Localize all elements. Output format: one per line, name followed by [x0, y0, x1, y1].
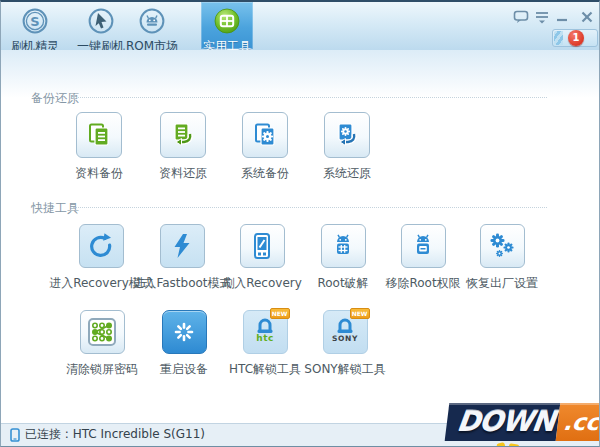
tab-one-click-flash[interactable]: 一键刷机: [75, 2, 127, 49]
system-restore-button[interactable]: 系统还原: [292, 112, 402, 182]
stripe-decoration: [554, 31, 563, 45]
header-bar: S 刷机精灵 一键刷机 ROM市场: [1, 2, 599, 51]
watermark-suffix-text: .cc: [556, 403, 600, 441]
data-restore-icon: [169, 121, 197, 149]
section-divider: [73, 207, 547, 208]
recovery-mode-icon: [87, 232, 115, 260]
close-icon[interactable]: [579, 10, 595, 24]
root-icon: [329, 232, 357, 260]
minimize-icon[interactable]: [554, 10, 570, 24]
connection-status-text: 已连接 : HTC Incredible S(G11): [25, 424, 205, 445]
connected-phone-icon: [10, 428, 20, 442]
system-backup-icon: [251, 121, 279, 149]
htc-brand-text: htc: [256, 334, 274, 342]
fastboot-mode-icon: [169, 233, 195, 259]
flash-recovery-icon: [248, 232, 276, 260]
s-logo-icon: S: [22, 8, 48, 34]
section-title-quick-tools: 快捷工具: [31, 200, 79, 217]
watermark-main-text: DOWN: [445, 403, 561, 441]
tool-label: 恢复出厂设置: [447, 275, 557, 292]
reboot-icon: [171, 319, 197, 345]
tab-flash-genie[interactable]: S 刷机精灵: [9, 2, 61, 49]
remove-root-icon: [409, 232, 437, 260]
section-title-backup-restore: 备份还原: [31, 90, 79, 107]
factory-reset-icon: [487, 231, 517, 261]
downcc-watermark: DOWN .cc: [445, 403, 600, 441]
sony-unlock-button[interactable]: NEW SONY SONY解锁工具: [290, 310, 400, 378]
tool-label: SONY解锁工具: [290, 361, 400, 378]
android-icon: [139, 8, 165, 34]
main-content: 备份还原 资料备份: [1, 50, 599, 427]
cursor-icon: [88, 8, 114, 34]
app-window: S 刷机精灵 一键刷机 ROM市场: [0, 0, 600, 447]
main-menu-icon[interactable]: [534, 10, 550, 24]
data-backup-icon: [85, 121, 113, 149]
new-badge: NEW: [270, 308, 290, 319]
update-notification-button[interactable]: 1: [552, 29, 598, 47]
feedback-bubble-icon[interactable]: [513, 10, 529, 24]
apps-grid-icon: [214, 8, 240, 34]
watermark-decoration: [496, 442, 505, 447]
update-count-badge: 1: [568, 30, 584, 46]
watermark-decoration: [509, 443, 520, 447]
tool-label: 系统还原: [292, 165, 402, 182]
clear-lock-pattern-icon: [86, 316, 118, 348]
section-divider: [73, 97, 547, 98]
sony-brand-text: SONY: [332, 334, 358, 343]
factory-reset-button[interactable]: 恢复出厂设置: [447, 224, 557, 292]
system-restore-icon: [333, 121, 361, 149]
tab-rom-market[interactable]: ROM市场: [125, 2, 179, 49]
svg-text:S: S: [30, 14, 39, 29]
new-badge: NEW: [350, 308, 370, 319]
tab-utility-tools[interactable]: 实用工具: [201, 2, 253, 49]
